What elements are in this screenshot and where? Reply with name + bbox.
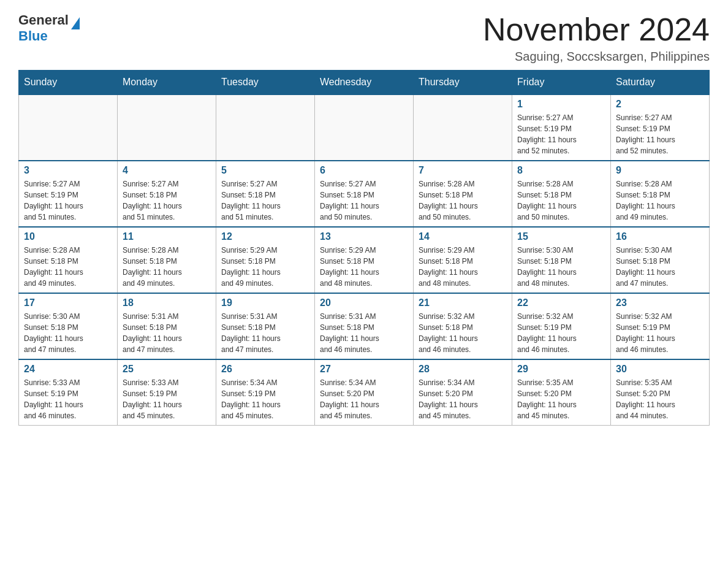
calendar-cell: 2Sunrise: 5:27 AM Sunset: 5:19 PM Daylig… (611, 94, 710, 161)
day-info: Sunrise: 5:31 AM Sunset: 5:18 PM Dayligh… (123, 311, 211, 355)
day-number: 24 (24, 364, 112, 375)
calendar-cell (118, 94, 216, 161)
calendar-cell: 7Sunrise: 5:28 AM Sunset: 5:18 PM Daylig… (414, 161, 512, 227)
day-info: Sunrise: 5:34 AM Sunset: 5:20 PM Dayligh… (320, 377, 408, 421)
day-number: 21 (419, 297, 507, 308)
day-number: 25 (123, 364, 211, 375)
calendar-cell: 12Sunrise: 5:29 AM Sunset: 5:18 PM Dayli… (216, 227, 315, 293)
day-info: Sunrise: 5:28 AM Sunset: 5:18 PM Dayligh… (24, 245, 112, 289)
calendar-cell: 24Sunrise: 5:33 AM Sunset: 5:19 PM Dayli… (19, 359, 118, 426)
day-info: Sunrise: 5:31 AM Sunset: 5:18 PM Dayligh… (320, 311, 408, 355)
calendar-cell: 26Sunrise: 5:34 AM Sunset: 5:19 PM Dayli… (216, 359, 315, 426)
day-number: 16 (616, 231, 704, 242)
location-subtitle: Saguing, Soccsksargen, Philippines (483, 50, 710, 64)
day-info: Sunrise: 5:28 AM Sunset: 5:18 PM Dayligh… (616, 178, 704, 223)
calendar-cell: 18Sunrise: 5:31 AM Sunset: 5:18 PM Dayli… (118, 293, 216, 359)
day-number: 4 (123, 165, 211, 176)
calendar-cell: 27Sunrise: 5:34 AM Sunset: 5:20 PM Dayli… (315, 359, 414, 426)
calendar-cell: 17Sunrise: 5:30 AM Sunset: 5:18 PM Dayli… (19, 293, 118, 359)
day-number: 19 (221, 297, 309, 308)
day-info: Sunrise: 5:35 AM Sunset: 5:20 PM Dayligh… (517, 377, 605, 421)
calendar-header-tuesday: Tuesday (216, 71, 315, 95)
calendar-cell: 1Sunrise: 5:27 AM Sunset: 5:19 PM Daylig… (512, 94, 611, 161)
calendar-cell: 14Sunrise: 5:29 AM Sunset: 5:18 PM Dayli… (414, 227, 512, 293)
logo: General Blue (18, 12, 80, 44)
day-info: Sunrise: 5:27 AM Sunset: 5:19 PM Dayligh… (616, 112, 704, 156)
calendar-header-row: SundayMondayTuesdayWednesdayThursdayFrid… (19, 71, 710, 95)
calendar-cell: 11Sunrise: 5:28 AM Sunset: 5:18 PM Dayli… (118, 227, 216, 293)
day-number: 12 (221, 231, 309, 242)
logo-blue-text: Blue (18, 28, 48, 44)
calendar-cell: 4Sunrise: 5:27 AM Sunset: 5:18 PM Daylig… (118, 161, 216, 227)
day-info: Sunrise: 5:32 AM Sunset: 5:19 PM Dayligh… (616, 311, 704, 355)
day-info: Sunrise: 5:27 AM Sunset: 5:19 PM Dayligh… (517, 112, 605, 156)
calendar-header-friday: Friday (512, 71, 611, 95)
page-header: General Blue November 2024 Saguing, Socc… (18, 12, 710, 64)
day-info: Sunrise: 5:30 AM Sunset: 5:18 PM Dayligh… (24, 311, 112, 355)
day-number: 1 (517, 99, 605, 110)
calendar-cell: 10Sunrise: 5:28 AM Sunset: 5:18 PM Dayli… (19, 227, 118, 293)
day-info: Sunrise: 5:31 AM Sunset: 5:18 PM Dayligh… (221, 311, 309, 355)
day-number: 26 (221, 364, 309, 375)
calendar-header-wednesday: Wednesday (315, 71, 414, 95)
day-number: 14 (419, 231, 507, 242)
calendar-week-row-2: 3Sunrise: 5:27 AM Sunset: 5:19 PM Daylig… (19, 161, 710, 227)
calendar-cell: 29Sunrise: 5:35 AM Sunset: 5:20 PM Dayli… (512, 359, 611, 426)
day-number: 29 (517, 364, 605, 375)
day-number: 2 (616, 99, 704, 110)
calendar-cell: 30Sunrise: 5:35 AM Sunset: 5:20 PM Dayli… (611, 359, 710, 426)
calendar-cell: 8Sunrise: 5:28 AM Sunset: 5:18 PM Daylig… (512, 161, 611, 227)
day-info: Sunrise: 5:33 AM Sunset: 5:19 PM Dayligh… (123, 377, 211, 421)
day-info: Sunrise: 5:28 AM Sunset: 5:18 PM Dayligh… (517, 178, 605, 223)
calendar-cell: 15Sunrise: 5:30 AM Sunset: 5:18 PM Dayli… (512, 227, 611, 293)
calendar-cell: 13Sunrise: 5:29 AM Sunset: 5:18 PM Dayli… (315, 227, 414, 293)
calendar-cell (19, 94, 118, 161)
day-info: Sunrise: 5:35 AM Sunset: 5:20 PM Dayligh… (616, 377, 704, 421)
calendar-cell (414, 94, 512, 161)
calendar-cell (216, 94, 315, 161)
day-info: Sunrise: 5:28 AM Sunset: 5:18 PM Dayligh… (419, 178, 507, 223)
day-info: Sunrise: 5:27 AM Sunset: 5:19 PM Dayligh… (24, 178, 112, 223)
day-info: Sunrise: 5:27 AM Sunset: 5:18 PM Dayligh… (320, 178, 408, 223)
month-title: November 2024 (483, 12, 710, 47)
calendar-cell: 25Sunrise: 5:33 AM Sunset: 5:19 PM Dayli… (118, 359, 216, 426)
calendar-header-sunday: Sunday (19, 71, 118, 95)
day-info: Sunrise: 5:30 AM Sunset: 5:18 PM Dayligh… (517, 245, 605, 289)
day-info: Sunrise: 5:29 AM Sunset: 5:18 PM Dayligh… (320, 245, 408, 289)
calendar-cell: 28Sunrise: 5:34 AM Sunset: 5:20 PM Dayli… (414, 359, 512, 426)
day-info: Sunrise: 5:32 AM Sunset: 5:19 PM Dayligh… (517, 311, 605, 355)
day-number: 7 (419, 165, 507, 176)
title-section: November 2024 Saguing, Soccsksargen, Phi… (483, 12, 710, 64)
calendar-week-row-4: 17Sunrise: 5:30 AM Sunset: 5:18 PM Dayli… (19, 293, 710, 359)
logo-triangle-icon (71, 17, 80, 29)
day-number: 15 (517, 231, 605, 242)
day-number: 6 (320, 165, 408, 176)
day-number: 13 (320, 231, 408, 242)
day-number: 8 (517, 165, 605, 176)
day-number: 20 (320, 297, 408, 308)
day-number: 18 (123, 297, 211, 308)
day-number: 5 (221, 165, 309, 176)
calendar-cell: 19Sunrise: 5:31 AM Sunset: 5:18 PM Dayli… (216, 293, 315, 359)
day-number: 22 (517, 297, 605, 308)
day-info: Sunrise: 5:27 AM Sunset: 5:18 PM Dayligh… (221, 178, 309, 223)
calendar-header-monday: Monday (118, 71, 216, 95)
calendar-cell: 9Sunrise: 5:28 AM Sunset: 5:18 PM Daylig… (611, 161, 710, 227)
calendar-header-saturday: Saturday (611, 71, 710, 95)
logo-general-text: General (18, 12, 69, 28)
day-number: 10 (24, 231, 112, 242)
day-info: Sunrise: 5:29 AM Sunset: 5:18 PM Dayligh… (221, 245, 309, 289)
calendar-week-row-1: 1Sunrise: 5:27 AM Sunset: 5:19 PM Daylig… (19, 94, 710, 161)
day-number: 17 (24, 297, 112, 308)
day-number: 30 (616, 364, 704, 375)
day-number: 28 (419, 364, 507, 375)
day-number: 11 (123, 231, 211, 242)
day-info: Sunrise: 5:32 AM Sunset: 5:18 PM Dayligh… (419, 311, 507, 355)
day-info: Sunrise: 5:29 AM Sunset: 5:18 PM Dayligh… (419, 245, 507, 289)
day-info: Sunrise: 5:28 AM Sunset: 5:18 PM Dayligh… (123, 245, 211, 289)
day-info: Sunrise: 5:27 AM Sunset: 5:18 PM Dayligh… (123, 178, 211, 223)
calendar-cell: 20Sunrise: 5:31 AM Sunset: 5:18 PM Dayli… (315, 293, 414, 359)
calendar-cell (315, 94, 414, 161)
calendar-cell: 16Sunrise: 5:30 AM Sunset: 5:18 PM Dayli… (611, 227, 710, 293)
calendar-cell: 3Sunrise: 5:27 AM Sunset: 5:19 PM Daylig… (19, 161, 118, 227)
